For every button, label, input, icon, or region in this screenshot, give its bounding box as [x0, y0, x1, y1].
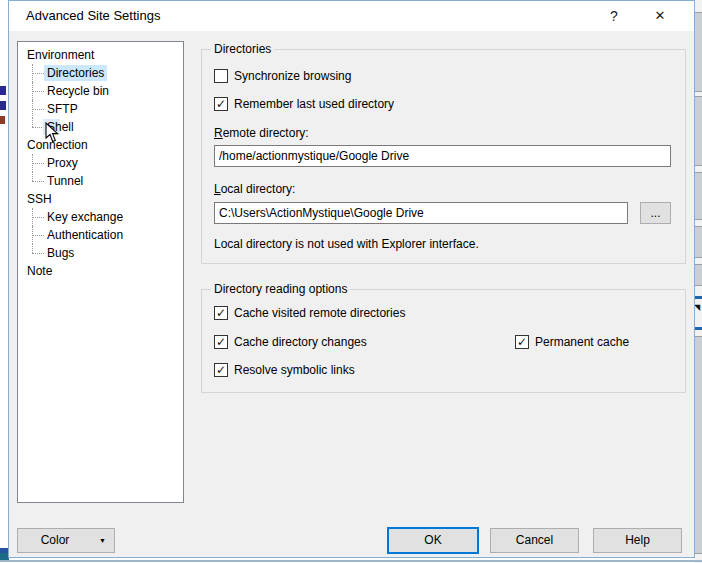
checkbox-cache-visited-remote-directories[interactable]: ✓ Cache visited remote directories [214, 306, 405, 320]
background-text-fragment [0, 86, 6, 95]
background-text-fragment [0, 116, 5, 124]
tree-item-key-exchange[interactable]: Key exchange [18, 208, 183, 226]
checkbox-box[interactable]: ✓ [214, 363, 228, 377]
background-blue-line [694, 327, 702, 330]
tree-item-label: Proxy [44, 155, 81, 171]
tree-item-label: SSH [24, 191, 55, 207]
tree-item-authentication[interactable]: Authentication [18, 226, 183, 244]
settings-tree: EnvironmentDirectoriesRecycle binSFTPShe… [17, 41, 184, 503]
checkbox-remember-last-used-directory[interactable]: ✓ Remember last used directory [214, 97, 394, 111]
tree-connector-line [32, 235, 44, 236]
tree-connector-line [32, 91, 44, 92]
tree-item-proxy[interactable]: Proxy [18, 154, 183, 172]
title-bar: Advanced Site Settings ? ✕ [9, 1, 694, 31]
tree-item-label: Note [24, 263, 55, 279]
remote-directory-input[interactable] [214, 145, 671, 167]
checkbox-permanent-cache[interactable]: ✓ Permanent cache [515, 335, 629, 349]
checkbox-box[interactable]: ✓ [214, 335, 228, 349]
checkbox-label: Resolve symbolic links [234, 363, 355, 377]
tree-item-label: Directories [44, 65, 107, 81]
directories-group-title: Directories [211, 42, 274, 56]
tree-item-label: SFTP [44, 101, 81, 117]
tree-item-tunnel[interactable]: Tunnel [18, 172, 183, 190]
directory-reading-options-title: Directory reading options [211, 282, 350, 296]
background-scrollbar-segment [694, 264, 702, 286]
advanced-site-settings-dialog: Advanced Site Settings ? ✕ EnvironmentDi… [8, 0, 695, 558]
directories-group: Directories Synchronize browsing ✓ Remem… [201, 49, 686, 264]
tree-item-label: Shell [44, 119, 77, 135]
local-directory-input[interactable] [214, 202, 628, 224]
color-button[interactable]: Color ▼ [17, 528, 115, 553]
background-scrollbar-segment [694, 336, 702, 554]
color-button-label: Color [18, 529, 92, 552]
tree-connector-line [32, 244, 33, 253]
checkbox-cache-directory-changes[interactable]: ✓ Cache directory changes [214, 335, 367, 349]
background-scrollbar-segment [694, 226, 702, 258]
tree-connector-line [32, 217, 44, 218]
tree-item-label: Key exchange [44, 209, 126, 225]
checkbox-label: Cache directory changes [234, 335, 367, 349]
tree-connector-line [32, 109, 44, 110]
local-directory-note: Local directory is not used with Explore… [214, 237, 479, 251]
local-directory-label: Local directory: [214, 182, 295, 196]
tree-connector-line [32, 73, 44, 74]
tree-item-directories[interactable]: Directories [18, 64, 183, 82]
background-scrollbar-segment [694, 96, 702, 166]
background-scrollbar-segment [694, 12, 702, 92]
chevron-down-icon: ▼ [99, 529, 106, 552]
tree-item-shell[interactable]: Shell [18, 118, 183, 136]
checkbox-label: Permanent cache [535, 335, 629, 349]
checkbox-box[interactable]: ✓ [214, 97, 228, 111]
tree-item-recycle-bin[interactable]: Recycle bin [18, 82, 183, 100]
checkbox-box[interactable] [214, 69, 228, 83]
browse-button[interactable]: ... [640, 202, 671, 224]
ok-button[interactable]: OK [387, 527, 479, 554]
help-button[interactable]: Help [593, 528, 682, 553]
background-window-right-edge: ◥ [694, 0, 702, 563]
background-blue-line [694, 296, 702, 299]
cancel-button[interactable]: Cancel [490, 528, 579, 553]
tree-item-label: Tunnel [44, 173, 86, 189]
background-scrollbar-segment [694, 172, 702, 220]
checkbox-box[interactable]: ✓ [214, 306, 228, 320]
tree-connector-line [32, 172, 33, 181]
tree-item-sftp[interactable]: SFTP [18, 100, 183, 118]
tree-connector-line [32, 253, 44, 254]
tree-item-label: Recycle bin [44, 83, 112, 99]
background-window-bottom-edge [0, 560, 702, 562]
checkbox-synchronize-browsing[interactable]: Synchronize browsing [214, 69, 351, 83]
tree-connector-line [32, 163, 44, 164]
tree-item-label: Bugs [44, 245, 77, 261]
tree-connector-line [32, 181, 44, 182]
tree-item-label: Environment [24, 47, 97, 63]
checkbox-resolve-symbolic-links[interactable]: ✓ Resolve symbolic links [214, 363, 355, 377]
tree-connector-line [32, 118, 33, 127]
tree-item-connection[interactable]: Connection [18, 136, 183, 154]
background-text-fragment [0, 101, 6, 110]
checkbox-box[interactable]: ✓ [515, 335, 529, 349]
tree-item-label: Authentication [44, 227, 126, 243]
help-icon[interactable]: ? [602, 5, 626, 27]
directory-reading-options-group: Directory reading options ✓ Cache visite… [201, 289, 686, 393]
checkbox-label: Synchronize browsing [234, 69, 351, 83]
dialog-title: Advanced Site Settings [26, 8, 160, 23]
tree-item-ssh[interactable]: SSH [18, 190, 183, 208]
remote-directory-label: Remote directory: [214, 126, 309, 140]
tree-item-label: Connection [24, 137, 91, 153]
close-icon[interactable]: ✕ [648, 5, 672, 27]
checkbox-label: Cache visited remote directories [234, 306, 405, 320]
tree-item-bugs[interactable]: Bugs [18, 244, 183, 262]
tree-item-environment[interactable]: Environment [18, 46, 183, 64]
checkbox-label: Remember last used directory [234, 97, 394, 111]
tree-item-note[interactable]: Note [18, 262, 183, 280]
